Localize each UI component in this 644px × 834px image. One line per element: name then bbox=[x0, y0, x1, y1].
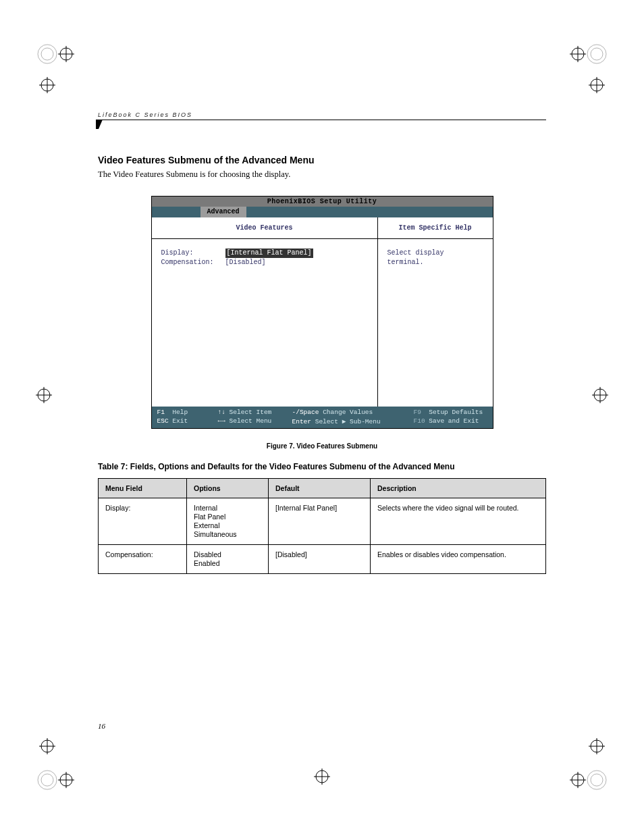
svg-point-30 bbox=[591, 740, 603, 752]
th-default: Default bbox=[269, 479, 371, 498]
svg-point-19 bbox=[594, 389, 606, 401]
bios-key-esc: ESC bbox=[157, 417, 169, 425]
options-table: Menu Field Options Default Description D… bbox=[98, 478, 546, 574]
svg-point-26 bbox=[41, 774, 53, 786]
svg-point-13 bbox=[591, 79, 603, 91]
registration-mark bbox=[570, 41, 610, 101]
cell-menu-field: Display: bbox=[99, 498, 187, 545]
svg-point-2 bbox=[60, 48, 72, 60]
header-tab-marker bbox=[96, 120, 103, 129]
bios-key-f9: F9 bbox=[414, 409, 421, 416]
cell-description: Selects where the video signal will be r… bbox=[371, 498, 546, 545]
bios-field-compensation-label: Compensation: bbox=[161, 258, 225, 267]
running-header: LifeBook C Series BIOS bbox=[98, 111, 546, 120]
registration-mark bbox=[312, 766, 332, 787]
bios-left-header: Video Features bbox=[152, 217, 377, 239]
registration-mark bbox=[590, 385, 610, 405]
page-number: 16 bbox=[98, 722, 105, 730]
bios-field-compensation-value[interactable]: [Disabled] bbox=[225, 258, 266, 267]
bios-tab-advanced[interactable]: Advanced bbox=[200, 207, 246, 217]
registration-mark bbox=[34, 385, 54, 405]
registration-mark bbox=[34, 733, 74, 793]
bios-field-display-label: Display: bbox=[161, 249, 225, 258]
svg-point-33 bbox=[587, 771, 606, 789]
bios-field-display-value[interactable]: [Internal Flat Panel] bbox=[225, 249, 313, 258]
bios-key-space: -/Space bbox=[292, 409, 319, 416]
th-menu-field: Menu Field bbox=[99, 479, 187, 498]
svg-point-9 bbox=[591, 48, 603, 60]
bios-key-enter: Enter bbox=[292, 418, 312, 425]
cell-default: [Internal Flat Panel] bbox=[269, 498, 371, 545]
registration-mark bbox=[34, 41, 74, 101]
bios-key-f10: F10 bbox=[414, 417, 425, 425]
cell-options: Disabled Enabled bbox=[187, 545, 269, 574]
svg-point-5 bbox=[41, 79, 53, 91]
svg-point-0 bbox=[38, 45, 57, 63]
cell-description: Enables or disables video compensation. bbox=[371, 545, 546, 574]
bios-key-leftright: ←→ bbox=[218, 417, 225, 425]
bios-key-updown: ↑↓ bbox=[218, 409, 225, 416]
section-title: Video Features Submenu of the Advanced M… bbox=[98, 155, 546, 165]
th-options: Options bbox=[187, 479, 269, 498]
table-row: Display: Internal Flat Panel External Si… bbox=[99, 498, 546, 545]
svg-point-27 bbox=[60, 774, 72, 786]
bios-tab-bar: Advanced bbox=[152, 207, 493, 217]
cell-menu-field: Compensation: bbox=[99, 545, 187, 574]
svg-point-16 bbox=[38, 389, 50, 401]
figure-caption: Figure 7. Video Features Submenu bbox=[98, 442, 546, 450]
cell-default: [Disabled] bbox=[269, 545, 371, 574]
bios-right-header: Item Specific Help bbox=[378, 217, 493, 239]
bios-footer: F1 Help ↑↓ Select Item -/Space Change Va… bbox=[152, 407, 493, 428]
bios-help-text: Select display terminal. bbox=[378, 239, 493, 407]
svg-point-10 bbox=[572, 48, 584, 60]
bios-key-f1: F1 bbox=[157, 409, 165, 416]
cell-options: Internal Flat Panel External Simultaneou… bbox=[187, 498, 269, 545]
svg-point-25 bbox=[38, 771, 57, 789]
svg-point-8 bbox=[587, 45, 606, 63]
table-row: Compensation: Disabled Enabled [Disabled… bbox=[99, 545, 546, 574]
th-description: Description bbox=[371, 479, 546, 498]
svg-point-1 bbox=[41, 48, 53, 60]
svg-point-22 bbox=[41, 740, 53, 752]
bios-title: PhoenixBIOS Setup Utility bbox=[152, 197, 493, 207]
table-caption: Table 7: Fields, Options and Defaults fo… bbox=[98, 462, 546, 471]
svg-point-34 bbox=[591, 774, 603, 786]
svg-point-38 bbox=[316, 771, 328, 783]
bios-screenshot: PhoenixBIOS Setup Utility Advanced Video… bbox=[151, 196, 493, 429]
svg-point-35 bbox=[572, 774, 584, 786]
registration-mark bbox=[570, 733, 610, 793]
section-intro: The Video Features Submenu is for choosi… bbox=[98, 170, 546, 180]
